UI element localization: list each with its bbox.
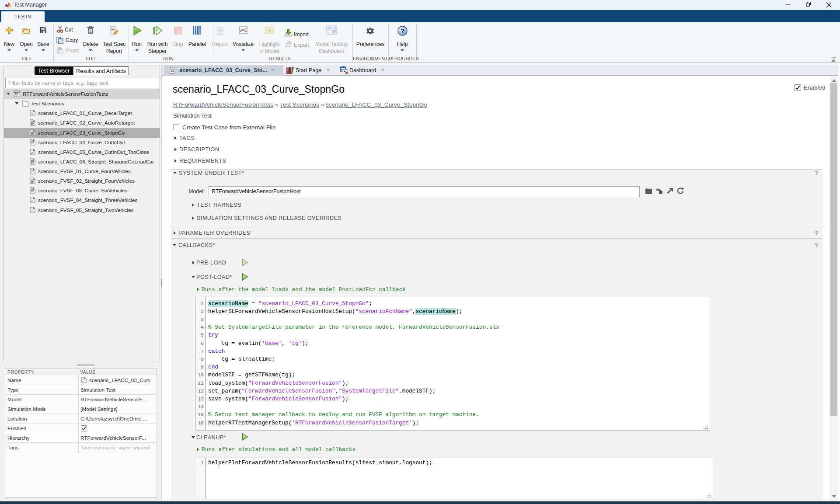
svg-text:?: ? (401, 28, 404, 35)
